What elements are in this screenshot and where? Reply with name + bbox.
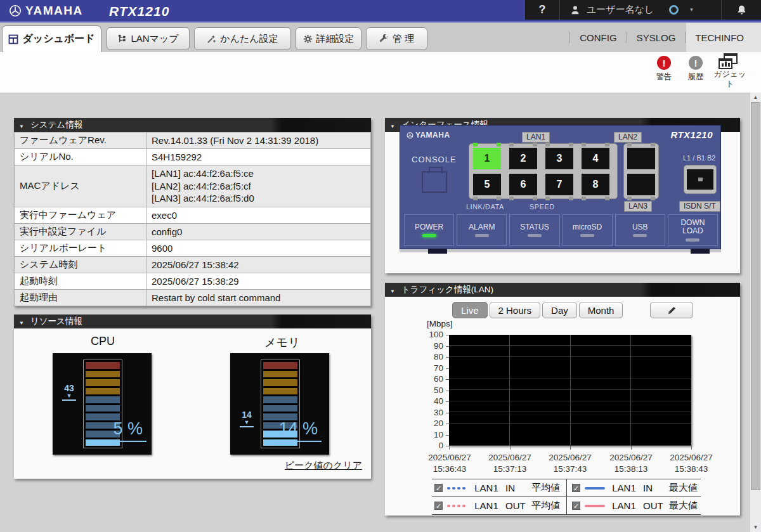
system-info-header[interactable]: システム情報 xyxy=(14,118,371,132)
cpu-peak-marker: 43 ▼ xyxy=(59,384,79,401)
edit-button[interactable] xyxy=(650,302,693,318)
lan1-port-1[interactable]: 1 xyxy=(473,148,501,169)
lan2-port-lower[interactable] xyxy=(627,174,655,195)
chevron-down-icon[interactable]: ▼ xyxy=(689,7,694,13)
tab-lanmap[interactable]: LANマップ xyxy=(107,27,190,50)
gauge-segment xyxy=(263,379,297,386)
gadget-bar xyxy=(722,63,724,67)
dotted-line-sample xyxy=(447,487,467,490)
tab-admin-label: 管 理 xyxy=(393,33,414,45)
x-tick-label: 2025/06/2715:38:43 xyxy=(662,452,720,475)
alarm-led xyxy=(475,234,489,237)
lan1-port-2[interactable]: 2 xyxy=(509,148,537,169)
username-label: ユーザー名なし xyxy=(587,4,654,16)
collapse-arrow-icon xyxy=(19,120,24,130)
vertical-scrollbar[interactable]: ▲ ▼ xyxy=(750,93,761,532)
router-front-panel: YAMAHA RTX1210 LAN1 LAN2 CONSOLE 1 2 3 4… xyxy=(400,125,721,249)
live-button[interactable]: Live xyxy=(452,302,488,318)
lan1-port-6[interactable]: 6 xyxy=(509,174,537,195)
row-value: Restart by cold start command xyxy=(146,289,371,306)
traffic-info-header[interactable]: トラフィック情報(LAN) xyxy=(385,283,740,297)
techinfo-link[interactable]: TECHINFO xyxy=(686,32,753,43)
gauge-segment xyxy=(86,396,120,403)
status-indicator: STATUS xyxy=(509,214,559,246)
table-row: ファームウェアRev.Rev.14.01.33 (Fri Nov 2 14:31… xyxy=(15,133,371,149)
gauge-segment xyxy=(86,362,120,369)
top-header-bar: YAMAHA RTX1210 ? ユーザー名なし ▼ xyxy=(0,0,761,22)
notification-button[interactable] xyxy=(722,4,761,15)
legend-checkbox[interactable] xyxy=(434,502,443,510)
tab-easy-setup[interactable]: かんたん設定 xyxy=(194,27,291,50)
lan1-port-5[interactable]: 5 xyxy=(473,174,501,195)
help-button[interactable]: ? xyxy=(525,3,559,16)
resource-info-panel: リソース情報 CPU メモリ 43 ▼ 5 % 14 ▼ xyxy=(14,315,371,479)
x-tick-mark xyxy=(631,446,632,450)
row-label: MACアドレス xyxy=(15,165,146,207)
traffic-info-title: トラフィック情報(LAN) xyxy=(401,284,493,295)
x-tick-mark xyxy=(449,446,450,450)
isdn-tag: ISDN S/T xyxy=(679,201,720,212)
clear-peak-link[interactable]: ピーク値のクリア xyxy=(285,460,362,472)
collapse-arrow-icon xyxy=(390,285,395,295)
router-foot xyxy=(428,249,447,254)
month-button[interactable]: Month xyxy=(579,302,623,318)
traffic-legend: LAN1 IN 平均値 LAN1 IN 最大値 LAN1 OUT 平均値 xyxy=(432,479,701,515)
tab-dashboard[interactable]: ダッシュボード xyxy=(2,25,101,52)
y-axis-unit-label: [Mbps] xyxy=(427,319,453,328)
x-tick-label: 2025/06/2715:37:43 xyxy=(541,452,599,475)
tab-advanced-settings[interactable]: 詳細設定 xyxy=(296,27,361,50)
y-tick: 30 xyxy=(409,408,443,417)
config-link[interactable]: CONFIG xyxy=(570,32,626,43)
row-value: 2025/06/27 15:38:29 xyxy=(146,273,371,289)
system-info-panel: システム情報 ファームウェアRev.Rev.14.01.33 (Fri Nov … xyxy=(14,118,371,306)
legend-row: LAN1 OUT 平均値 LAN1 OUT 最大値 xyxy=(432,497,701,515)
resource-info-header[interactable]: リソース情報 xyxy=(14,315,371,328)
lan1-port-block: 1 2 3 4 5 6 7 8 xyxy=(469,143,618,199)
scrollbar-thumb[interactable] xyxy=(751,102,760,490)
dotted-line-sample xyxy=(447,505,467,507)
day-button[interactable]: Day xyxy=(542,302,577,318)
scroll-up-arrow-icon[interactable]: ▲ xyxy=(750,94,761,100)
history-badge-icon[interactable]: ! xyxy=(689,56,703,70)
legend-checkbox[interactable] xyxy=(572,484,580,492)
status-ring-icon xyxy=(669,5,679,15)
usb-indicator: USB xyxy=(615,214,665,246)
gadget-bar xyxy=(725,62,727,67)
traffic-chart-plot-area xyxy=(449,335,691,446)
link-data-label: LINK/DATA xyxy=(466,203,504,211)
tab-admin[interactable]: 管 理 xyxy=(366,27,427,50)
user-menu[interactable]: ユーザー名なし ▼ xyxy=(560,4,721,16)
warning-badge-icon[interactable]: ! xyxy=(657,56,671,70)
y-tick: 20 xyxy=(409,418,443,428)
y-tick: 100 xyxy=(409,330,443,339)
x-tick-mark xyxy=(570,446,571,450)
lan2-port-upper[interactable] xyxy=(627,148,655,169)
alarm-indicator: ALARM xyxy=(457,214,507,246)
lan1-port-4[interactable]: 4 xyxy=(582,148,609,169)
peak-line xyxy=(62,399,76,401)
scroll-down-arrow-icon[interactable]: ▼ xyxy=(750,524,761,530)
table-row: システム時刻2025/06/27 15:38:42 xyxy=(15,256,371,273)
syslog-link[interactable]: SYSLOG xyxy=(627,32,686,43)
user-zone: ? ユーザー名なし ▼ xyxy=(525,0,761,20)
lan1-port-3[interactable]: 3 xyxy=(545,148,573,169)
gadget-chart-window xyxy=(719,58,732,69)
two-hours-button[interactable]: 2 Hours xyxy=(490,302,541,318)
legend-checkbox[interactable] xyxy=(434,484,443,492)
row-label: 実行中設定ファイル xyxy=(15,223,146,240)
row-value: 9600 xyxy=(146,240,371,256)
collapse-arrow-icon xyxy=(390,120,395,130)
tab-lanmap-label: LANマップ xyxy=(131,33,178,45)
tab-advanced-settings-label: 詳細設定 xyxy=(316,33,354,45)
isdn-port[interactable] xyxy=(687,169,713,190)
row-label: ファームウェアRev. xyxy=(15,133,146,149)
cpu-usage-value: 5 % xyxy=(109,419,146,442)
legend-checkbox[interactable] xyxy=(572,502,580,510)
gadget-icon[interactable] xyxy=(719,53,739,70)
lan1-port-8[interactable]: 8 xyxy=(582,174,609,195)
row-label: シリアルボーレート xyxy=(15,240,146,256)
bell-icon xyxy=(736,4,747,15)
lan1-port-7[interactable]: 7 xyxy=(545,174,573,195)
legend-item-in-avg: LAN1 IN 平均値 xyxy=(432,479,566,496)
y-tick: 80 xyxy=(409,352,443,361)
